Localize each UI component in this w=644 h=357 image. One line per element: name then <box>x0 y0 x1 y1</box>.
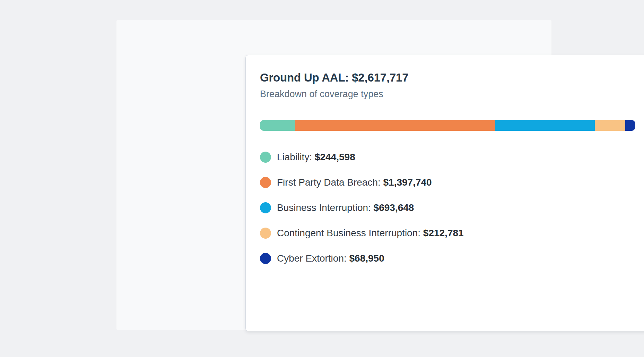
legend-value: $212,781 <box>420 228 464 238</box>
legend-value: $1,397,740 <box>381 177 432 188</box>
bar-segment-business-interruption <box>495 120 595 131</box>
legend-value: $693,648 <box>371 202 414 213</box>
legend-dot-business-interruption <box>260 202 271 213</box>
legend-item-first-party-data-breach: First Party Data Breach: $1,397,740 <box>260 177 635 188</box>
legend-text-contingent-business-interruption: Contingent Business Interruption: $212,7… <box>277 228 464 238</box>
aal-breakdown-card: Ground Up AAL: $2,617,717 Breakdown of c… <box>245 55 644 331</box>
legend-value: $244,598 <box>312 152 355 162</box>
legend-text-first-party-data-breach: First Party Data Breach: $1,397,740 <box>277 178 432 187</box>
legend-label: Liability: <box>277 152 312 162</box>
legend-label: Business Interruption: <box>277 202 371 213</box>
coverage-legend: Liability: $244,598First Party Data Brea… <box>260 152 635 264</box>
bar-segment-cyber-extortion <box>625 120 635 131</box>
legend-item-contingent-business-interruption: Contingent Business Interruption: $212,7… <box>260 228 635 239</box>
legend-item-liability: Liability: $244,598 <box>260 152 635 163</box>
legend-dot-first-party-data-breach <box>260 177 271 188</box>
coverage-stacked-bar <box>260 120 635 131</box>
card-subtitle: Breakdown of coverage types <box>260 88 635 100</box>
legend-label: First Party Data Breach: <box>277 177 381 188</box>
legend-item-business-interruption: Business Interruption: $693,648 <box>260 202 635 213</box>
legend-label: Cyber Extortion: <box>277 253 347 264</box>
legend-dot-contingent-business-interruption <box>260 228 271 239</box>
legend-value: $68,950 <box>347 253 384 264</box>
page-background: Ground Up AAL: $2,617,717 Breakdown of c… <box>0 0 644 357</box>
legend-label: Contingent Business Interruption: <box>277 228 420 238</box>
legend-dot-liability <box>260 152 271 163</box>
legend-text-business-interruption: Business Interruption: $693,648 <box>277 203 414 213</box>
legend-dot-cyber-extortion <box>260 253 271 264</box>
content-panel: Ground Up AAL: $2,617,717 Breakdown of c… <box>116 20 551 330</box>
bar-segment-contingent-business-interruption <box>595 120 625 131</box>
legend-text-cyber-extortion: Cyber Extortion: $68,950 <box>277 254 384 263</box>
bar-segment-liability <box>260 120 295 131</box>
bar-segment-first-party-data-breach <box>295 120 495 131</box>
legend-text-liability: Liability: $244,598 <box>277 152 355 162</box>
legend-item-cyber-extortion: Cyber Extortion: $68,950 <box>260 253 635 264</box>
card-title: Ground Up AAL: $2,617,717 <box>260 70 635 85</box>
